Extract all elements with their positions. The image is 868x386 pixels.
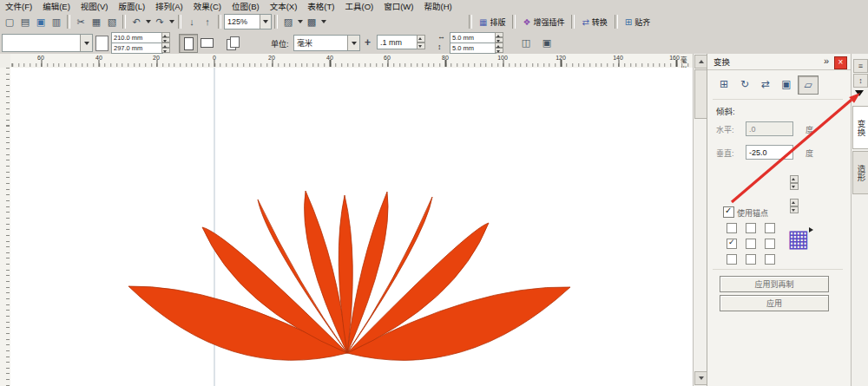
size-transform-icon[interactable]: ▣: [777, 75, 796, 93]
flyout-arrow-icon[interactable]: [855, 90, 864, 96]
paper-height-spinner[interactable]: [161, 43, 170, 53]
nudge-icon: +: [365, 36, 371, 49]
anchor-grid-checkbox[interactable]: [765, 239, 775, 249]
menu-view[interactable]: 视图(V): [76, 1, 114, 12]
menu-layout[interactable]: 版面(L): [113, 1, 150, 12]
redo-icon[interactable]: ↷: [152, 14, 168, 29]
print-icon[interactable]: ▥: [49, 14, 64, 29]
cut-icon[interactable]: ✂: [73, 14, 89, 29]
scale-mirror-transform-icon[interactable]: ⇄: [756, 75, 775, 93]
dock-options-icon[interactable]: ≡: [853, 59, 868, 73]
rotate-transform-icon[interactable]: ↻: [735, 75, 754, 93]
convert-icon: ⇄: [582, 17, 589, 27]
snap-options-icon[interactable]: ▣: [538, 34, 556, 51]
docker-title-bar[interactable]: 变换 » ×: [707, 54, 852, 70]
portrait-button[interactable]: [179, 34, 198, 53]
menu-edit[interactable]: 编辑(E): [37, 1, 76, 12]
skew-transform-icon[interactable]: ▱: [798, 75, 819, 95]
duplicate-y-field[interactable]: 5.0 mm: [450, 43, 496, 54]
undo-icon[interactable]: ↶: [128, 14, 144, 29]
zoom-dropdown-icon[interactable]: [260, 15, 271, 29]
zoom-level-combo[interactable]: 125%: [224, 14, 272, 29]
toolbar-separator: [571, 15, 575, 29]
dock-resize-icon[interactable]: ↕: [853, 74, 868, 88]
menu-text[interactable]: 文本(X): [265, 1, 303, 12]
redo-dropdown-icon[interactable]: [168, 14, 175, 29]
units-dropdown-icon[interactable]: [347, 36, 359, 50]
landscape-button[interactable]: [198, 34, 215, 51]
layout-plugin-button[interactable]: ▦ 排版: [475, 14, 510, 29]
anchor-grid-checkbox[interactable]: [727, 254, 737, 265]
horizontal-skew-field[interactable]: .0: [746, 121, 793, 136]
menu-window[interactable]: 窗口(W): [378, 1, 418, 12]
docker-tab-strip: ≡ ↕ 变换 造形: [851, 54, 868, 386]
docker-separator: [713, 269, 843, 270]
ruler-label: 160: [667, 55, 681, 61]
anchor-grid-checkbox[interactable]: [746, 254, 756, 265]
anchor-grid-checkbox[interactable]: [765, 223, 775, 233]
paper-width-spinner[interactable]: [161, 32, 170, 43]
convert-button[interactable]: ⇄ 转换: [577, 14, 611, 29]
horizontal-unit-label: 度: [806, 124, 813, 135]
drawing-canvas[interactable]: [10, 68, 693, 386]
import-icon[interactable]: ↓: [184, 14, 200, 29]
application-launcher-icon[interactable]: ▨: [280, 14, 296, 29]
toolbar-separator: [218, 15, 221, 29]
apply-button[interactable]: 应用: [720, 295, 829, 311]
duplicate-y-spinner[interactable]: [495, 43, 503, 53]
anchor-grid-checkbox[interactable]: [765, 254, 775, 265]
paste-icon[interactable]: ▧: [104, 14, 120, 29]
export-icon[interactable]: ↑: [200, 14, 215, 29]
menu-effects[interactable]: 效果(C): [188, 1, 227, 12]
ruler-label: 60: [34, 55, 48, 61]
welcome-screen-icon[interactable]: ▩: [304, 14, 319, 29]
anchor-grid-checkbox[interactable]: [746, 239, 756, 249]
menu-tools[interactable]: 工具(O): [339, 1, 378, 12]
use-anchor-checkbox[interactable]: [723, 206, 734, 218]
menu-bitmaps[interactable]: 位图(B): [227, 1, 265, 12]
undo-dropdown-icon[interactable]: [144, 14, 152, 29]
treat-as-filled-icon[interactable]: ◫: [517, 34, 535, 51]
lotus-flower[interactable]: [128, 191, 570, 360]
ruler-major-ticks: [10, 60, 693, 67]
paper-size-icon: [95, 36, 108, 51]
paper-height-field[interactable]: 297.0 mm: [111, 43, 163, 54]
horizontal-skew-spinner[interactable]: [790, 175, 799, 190]
tab-shaping[interactable]: 造形: [852, 151, 868, 194]
save-icon[interactable]: ▣: [33, 14, 49, 29]
docker-collapse-icon[interactable]: »: [824, 56, 829, 66]
open-icon[interactable]: ▤: [17, 14, 33, 29]
position-transform-icon[interactable]: ⊞: [714, 75, 733, 93]
vertical-skew-spinner[interactable]: [790, 199, 799, 213]
menu-file[interactable]: 文件(F): [0, 1, 37, 12]
copy-icon[interactable]: ▦: [89, 14, 104, 29]
horizontal-skew-value: .0: [749, 125, 756, 134]
menu-help[interactable]: 帮助(H): [418, 1, 457, 12]
menu-table[interactable]: 表格(T): [302, 1, 339, 12]
launcher-dropdown-icon[interactable]: [296, 14, 304, 29]
menu-arrange[interactable]: 排列(A): [150, 1, 188, 12]
ruler-label: 120: [554, 55, 568, 61]
enhance-plugin-button[interactable]: ❖ 增强插件: [518, 14, 569, 29]
anchor-grid-checkbox[interactable]: [727, 239, 737, 249]
docker-close-icon[interactable]: ×: [834, 56, 847, 69]
new-document-icon[interactable]: ▢: [2, 14, 17, 29]
paper-type-combo[interactable]: [2, 34, 93, 52]
tab-transform[interactable]: 变换: [852, 106, 868, 149]
vertical-skew-field[interactable]: -25.0: [746, 145, 793, 160]
toolbar-separator: [469, 15, 472, 29]
apply-to-duplicate-button[interactable]: 应用到再制: [720, 276, 829, 292]
all-pages-button[interactable]: [224, 34, 241, 51]
nudge-field[interactable]: .1 mm: [377, 35, 419, 49]
welcome-dropdown-icon[interactable]: [319, 14, 327, 29]
vertical-scrollbar[interactable]: [693, 54, 707, 386]
units-combo[interactable]: 毫米: [293, 35, 360, 51]
horizontal-ruler[interactable]: 60 40 20 0 20 40 60 80 100 120 140 160 毫…: [10, 54, 693, 69]
nudge-spinner[interactable]: [417, 35, 425, 49]
paper-type-dropdown-icon[interactable]: [80, 35, 92, 51]
ruler-label: 100: [496, 55, 510, 61]
anchor-grid-checkbox[interactable]: [727, 223, 737, 233]
anchor-grid-checkbox[interactable]: [746, 223, 756, 233]
duplicate-x-spinner[interactable]: [495, 32, 503, 43]
snap-button[interactable]: ⊞ 贴齐: [621, 14, 654, 29]
